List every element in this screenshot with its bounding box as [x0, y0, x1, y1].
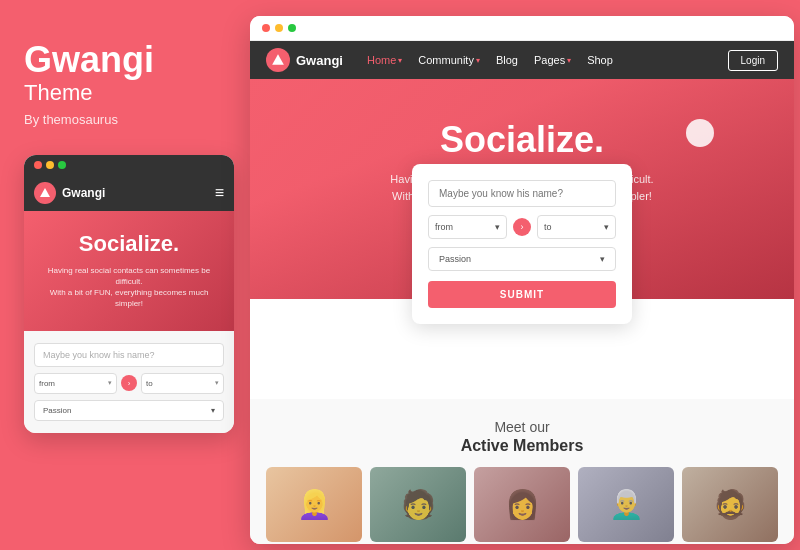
- mobile-age-row: from ▾ › to ▾: [34, 373, 224, 394]
- from-chevron: ▾: [495, 222, 500, 232]
- dot-yellow: [46, 161, 54, 169]
- mobile-top-bar: [24, 155, 234, 175]
- members-title-top: Meet our: [266, 419, 778, 435]
- dot-green: [58, 161, 66, 169]
- search-card: from ▾ › to ▾ Passion ▾ SUBMIT: [412, 164, 632, 324]
- dot-red: [34, 161, 42, 169]
- member-avatar-4: 👨‍🦳: [578, 467, 674, 542]
- passion-select[interactable]: Passion ▾: [428, 247, 616, 271]
- nav-link-community[interactable]: Community ▾: [418, 54, 480, 66]
- mobile-from-arrow: ▾: [108, 379, 112, 387]
- mobile-passion-select[interactable]: Passion ▾: [34, 400, 224, 421]
- left-panel: Gwangi Theme By themosaurus Gwangi ≡ Soc…: [0, 0, 248, 550]
- desktop-mockup: Gwangi Home ▾ Community ▾ Blog Pages ▾ S…: [250, 16, 794, 544]
- mobile-logo-text: Gwangi: [62, 186, 105, 200]
- brand-by: By themosaurus: [24, 112, 224, 127]
- desktop-nav-logo: Gwangi: [266, 48, 343, 72]
- members-section: Meet our Active Members 👱‍♀️ 🧑 👩 👨‍🦳 🧔: [250, 399, 794, 544]
- mobile-arrow-right-icon: ›: [121, 375, 137, 391]
- mobile-hero-text: Having real social contacts can sometime…: [36, 265, 222, 310]
- nav-link-pages[interactable]: Pages ▾: [534, 54, 571, 66]
- mobile-search-input[interactable]: Maybe you know his name?: [34, 343, 224, 367]
- desktop-nav-links: Home ▾ Community ▾ Blog Pages ▾ Shop: [367, 54, 728, 66]
- mobile-hero: Socialize. Having real social contacts c…: [24, 211, 234, 331]
- member-avatar-2: 🧑: [370, 467, 466, 542]
- age-arrow-right-icon: ›: [513, 218, 531, 236]
- brand-subtitle: Theme: [24, 80, 224, 106]
- member-card-4[interactable]: 👨‍🦳: [578, 467, 674, 542]
- mobile-logo-icon: [34, 182, 56, 204]
- mobile-logo-area: Gwangi: [34, 182, 105, 204]
- member-card-3[interactable]: 👩: [474, 467, 570, 542]
- desktop-top-bar: [250, 16, 794, 41]
- svg-marker-1: [272, 54, 284, 64]
- desktop-hero-title: Socialize.: [270, 119, 774, 161]
- member-avatar-3: 👩: [474, 467, 570, 542]
- desktop-logo-icon: [266, 48, 290, 72]
- nav-link-blog[interactable]: Blog: [496, 54, 518, 66]
- nav-link-shop[interactable]: Shop: [587, 54, 613, 66]
- brand-name: Gwangi: [24, 40, 224, 80]
- mobile-to-arrow: ▾: [215, 379, 219, 387]
- search-age-row: from ▾ › to ▾: [428, 215, 616, 239]
- members-grid: 👱‍♀️ 🧑 👩 👨‍🦳 🧔: [266, 467, 778, 542]
- member-card-5[interactable]: 🧔: [682, 467, 778, 542]
- mobile-mockup: Gwangi ≡ Socialize. Having real social c…: [24, 155, 234, 433]
- to-chevron: ▾: [604, 222, 609, 232]
- desktop-dot-yellow: [275, 24, 283, 32]
- submit-button[interactable]: SUBMIT: [428, 281, 616, 308]
- desktop-nav: Gwangi Home ▾ Community ▾ Blog Pages ▾ S…: [250, 41, 794, 79]
- nav-community-arrow: ▾: [476, 56, 480, 65]
- hamburger-icon[interactable]: ≡: [215, 184, 224, 202]
- members-title-bottom: Active Members: [266, 437, 778, 455]
- member-card-1[interactable]: 👱‍♀️: [266, 467, 362, 542]
- to-select[interactable]: to ▾: [537, 215, 616, 239]
- search-name-input[interactable]: [428, 180, 616, 207]
- nav-home-arrow: ▾: [398, 56, 402, 65]
- member-avatar-5: 🧔: [682, 467, 778, 542]
- nav-pages-arrow: ▾: [567, 56, 571, 65]
- mobile-search-area: Maybe you know his name? from ▾ › to ▾ P…: [24, 331, 234, 433]
- desktop-logo-text: Gwangi: [296, 53, 343, 68]
- nav-link-home[interactable]: Home ▾: [367, 54, 402, 66]
- desktop-dot-red: [262, 24, 270, 32]
- mobile-hero-title: Socialize.: [36, 231, 222, 257]
- login-button[interactable]: Login: [728, 50, 778, 71]
- passion-chevron: ▾: [600, 254, 605, 264]
- desktop-dot-green: [288, 24, 296, 32]
- mobile-from-select[interactable]: from ▾: [34, 373, 117, 394]
- mobile-to-select[interactable]: to ▾: [141, 373, 224, 394]
- mobile-passion-arrow: ▾: [211, 406, 215, 415]
- svg-marker-0: [40, 188, 50, 197]
- member-avatar-1: 👱‍♀️: [266, 467, 362, 542]
- from-select[interactable]: from ▾: [428, 215, 507, 239]
- member-card-2[interactable]: 🧑: [370, 467, 466, 542]
- mobile-nav: Gwangi ≡: [24, 175, 234, 211]
